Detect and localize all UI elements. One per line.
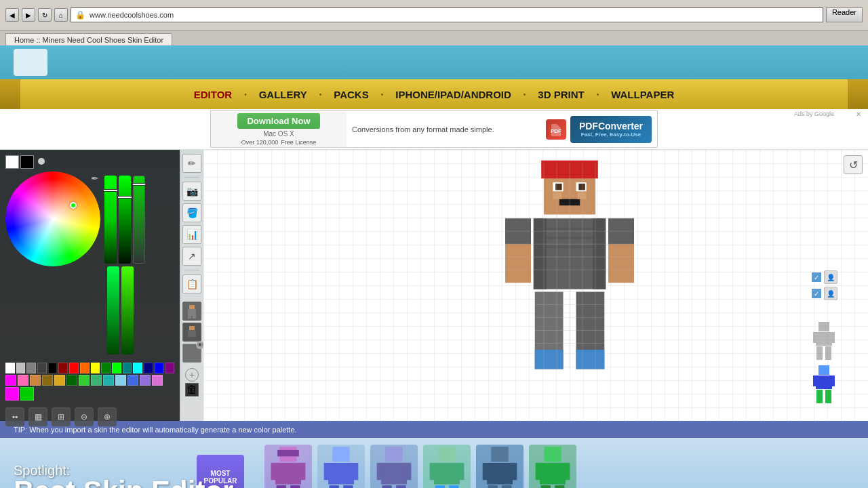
svg-rect-8	[189, 326, 195, 330]
nav-packs[interactable]: PACKS	[321, 79, 380, 109]
swatch-cyan[interactable]	[133, 363, 142, 373]
swatch-highlight2[interactable]	[20, 387, 34, 401]
gallery-skin-6[interactable]	[529, 445, 576, 488]
swatch-magenta[interactable]	[5, 375, 16, 386]
swatch-yellow[interactable]	[91, 363, 100, 373]
green-slider2-handle	[117, 196, 132, 199]
svg-rect-80	[434, 463, 460, 485]
swatch-green[interactable]	[112, 363, 121, 373]
swatch-black[interactable]	[48, 363, 58, 373]
svg-rect-56	[813, 375, 818, 386]
symmetry-button[interactable]: ⊕	[98, 407, 117, 426]
color-wheel-visual[interactable]	[5, 171, 100, 266]
swatch-darkred[interactable]	[58, 363, 68, 373]
swatch-royalblue[interactable]	[127, 375, 138, 386]
nav-mobile[interactable]: IPHONE/IPAD/ANDROID	[383, 79, 524, 109]
swatch-goldenrod-dark[interactable]	[42, 375, 53, 386]
gallery-skin-3[interactable]	[370, 445, 418, 488]
reload-button[interactable]: ↻	[38, 8, 52, 22]
svg-rect-62	[275, 463, 301, 485]
ad-close-button[interactable]: ✕	[856, 110, 861, 118]
svg-rect-93	[536, 463, 543, 480]
opacity-slider[interactable]	[133, 176, 145, 264]
cap-tool-button[interactable]: ⊖	[75, 407, 94, 426]
swatch-hotpink[interactable]	[18, 375, 28, 386]
slider3[interactable]	[107, 266, 119, 354]
gallery-skin-5[interactable]	[476, 445, 524, 488]
swatch-peru[interactable]	[30, 375, 41, 386]
swatch-orange[interactable]	[80, 363, 90, 373]
svg-rect-87	[483, 463, 490, 480]
skin-thumb-2[interactable]	[182, 323, 201, 342]
swatch-forest[interactable]	[66, 375, 77, 386]
swatch-darkgreen[interactable]	[101, 363, 111, 373]
green-slider[interactable]	[104, 176, 117, 264]
layer-1-checkbox[interactable]: ✓	[812, 272, 821, 282]
layers-button[interactable]: 📋	[182, 274, 201, 293]
back-button[interactable]: ◀	[5, 8, 19, 22]
forward-button[interactable]: ▶	[22, 8, 35, 22]
color-wheel[interactable]: ✒	[5, 171, 100, 266]
address-bar[interactable]: 🔒 www.needcoolshoes.com	[71, 7, 823, 22]
share-button[interactable]: ↗	[182, 247, 201, 266]
reset-button[interactable]: ↺	[844, 155, 863, 174]
layer-2-icon[interactable]: 👤	[824, 287, 837, 300]
small-grid-button[interactable]: ▪▪	[5, 407, 24, 426]
swatch-skyblue[interactable]	[115, 375, 126, 386]
swatch-limegreen[interactable]	[79, 375, 90, 386]
fill-tool-button[interactable]: 🪣	[182, 203, 201, 222]
nav-3dprint[interactable]: 3D PRINT	[526, 79, 596, 109]
svg-rect-83	[435, 485, 445, 488]
slider4[interactable]	[121, 266, 134, 354]
gallery-skin-1[interactable]	[264, 445, 312, 488]
large-grid-button[interactable]: ⊞	[52, 407, 71, 426]
medium-grid-button[interactable]: ▦	[28, 407, 47, 426]
swatch-goldenrod[interactable]	[54, 375, 65, 386]
swatch-red[interactable]	[69, 363, 79, 373]
canvas-area[interactable]: ↺	[203, 150, 868, 421]
pencil-tool-button[interactable]: ✏	[182, 154, 201, 173]
delete-skin-button[interactable]: 🗑	[185, 383, 199, 396]
eyedropper-tool[interactable]: ✒	[91, 173, 99, 184]
nav-gallery[interactable]: GALLERY	[247, 79, 319, 109]
svg-rect-67	[332, 447, 349, 462]
swatch-highlight1[interactable]	[5, 387, 19, 401]
swatch-silver[interactable]	[16, 363, 26, 373]
green-slider2[interactable]	[119, 176, 131, 264]
swatch-mediumpurple[interactable]	[140, 375, 151, 386]
layer-1-icon[interactable]: 👤	[824, 270, 837, 284]
reader-button[interactable]: Reader	[826, 7, 863, 22]
free-license: Free License	[281, 139, 316, 146]
pdf-converter-logo[interactable]: PDFConverter Fast, Free, Easy-to-Use	[570, 116, 652, 143]
black-swatch[interactable]	[20, 155, 34, 169]
download-now-button[interactable]: Download Now	[237, 113, 319, 129]
camera-tool-button[interactable]: 📷	[182, 182, 201, 201]
svg-rect-9	[188, 330, 196, 337]
gallery-skin-2[interactable]	[317, 445, 365, 488]
color-selector-dot[interactable]	[70, 202, 77, 209]
nav-ribbon: EDITOR • GALLERY • PACKS • IPHONE/IPAD/A…	[0, 79, 868, 109]
chart-button[interactable]: 📊	[182, 225, 201, 244]
swatch-darkblue[interactable]	[144, 363, 153, 373]
skin-thumb-1[interactable]	[182, 302, 201, 321]
gallery-skin-4[interactable]	[423, 445, 471, 488]
ad-left: Download Now Mac OS X Over 120,000 Free …	[211, 111, 347, 147]
swatch-darkgray[interactable]	[37, 363, 47, 373]
swatch-gray[interactable]	[26, 363, 36, 373]
home-button[interactable]: ⌂	[54, 8, 68, 22]
swatch-medgreen[interactable]	[91, 375, 102, 386]
swatch-orchid[interactable]	[152, 375, 163, 386]
layer-2-checkbox[interactable]: ✓	[812, 289, 821, 298]
nav-wallpaper[interactable]: WALLPAPER	[599, 79, 686, 109]
swatch-blue[interactable]	[155, 363, 164, 373]
swatch-lightseagreen[interactable]	[103, 375, 114, 386]
ad-inner: Download Now Mac OS X Over 120,000 Free …	[210, 110, 658, 148]
swatch-teal[interactable]	[123, 363, 132, 373]
nav-editor[interactable]: EDITOR	[182, 79, 244, 109]
swatch-white[interactable]	[5, 363, 15, 373]
add-skin-button[interactable]: +	[185, 368, 199, 382]
browser-tab[interactable]: Home :: Miners Need Cool Shoes Skin Edit…	[5, 33, 172, 45]
small-dot	[38, 158, 45, 165]
swatch-purple[interactable]	[165, 363, 174, 373]
white-swatch[interactable]	[5, 155, 19, 169]
